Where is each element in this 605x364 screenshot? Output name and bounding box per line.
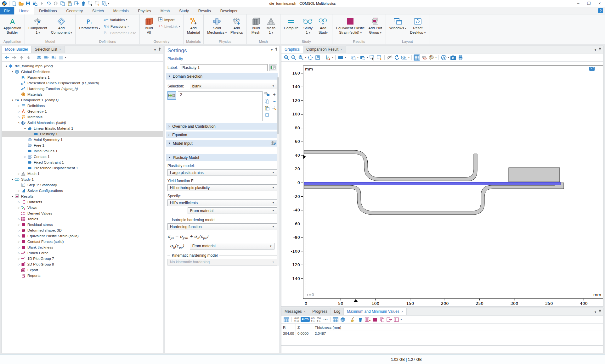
- table-header-z[interactable]: Z: [296, 324, 313, 331]
- comsol-logo[interactable]: [1, 0, 8, 7]
- tree-item-study-1[interactable]: ▾Study 1: [2, 176, 163, 182]
- hill-coefficients-source-combo[interactable]: From material▼: [188, 207, 277, 214]
- expand-icon[interactable]: ▷: [17, 223, 21, 226]
- paste-selection-icon[interactable]: [264, 106, 270, 110]
- expand-icon[interactable]: ▷: [17, 172, 21, 175]
- ribbon-tab-results[interactable]: Results: [194, 7, 216, 15]
- pin-icon[interactable]: [598, 309, 602, 314]
- dropdown-caret-icon[interactable]: ▾: [357, 56, 359, 59]
- minimize-button[interactable]: –: [573, 0, 584, 7]
- domain-list-box[interactable]: 2: [178, 91, 263, 121]
- copy-icon[interactable]: [59, 0, 66, 7]
- bottom-tab-messages[interactable]: Messages×: [281, 308, 309, 315]
- tree-item-equivalent-plastic-strain-solid-[interactable]: ▷Equivalent Plastic Strain (solid): [2, 233, 163, 239]
- expand-icon[interactable]: ▷: [17, 246, 21, 249]
- tree-item-plasticity-1[interactable]: Plasticity 1: [2, 131, 163, 137]
- ribbon-tab-developer[interactable]: Developer: [216, 7, 242, 15]
- tree-item-2d-plot-group-8[interactable]: ▷*2D Plot Group 8: [2, 261, 163, 267]
- arrow-left-icon[interactable]: [4, 54, 10, 61]
- select-cursor-icon[interactable]: [369, 54, 375, 61]
- tree-item-contact-1[interactable]: ▷Contact 1: [2, 154, 163, 160]
- bottom-tab-maximum-and-minimum-values[interactable]: Maximum and Minimum Values×: [344, 308, 407, 315]
- ribbon-button-reset-desktop[interactable]: Reset Desktop ▾: [409, 16, 427, 36]
- dropdown-caret-icon[interactable]: ▾: [332, 56, 333, 59]
- tree-item-fixed-constraint-1[interactable]: Fixed Constraint 1: [2, 160, 163, 165]
- section-plasticity-model[interactable]: ▼ Plasticity Model: [166, 154, 278, 161]
- deselect-brush-icon[interactable]: [376, 54, 382, 61]
- ribbon-button-solid-mechanics[interactable]: Solid Mechanics ▾: [206, 16, 228, 36]
- ribbon-button-livelink[interactable]: LiveLink▾: [157, 23, 181, 30]
- clear-broom-icon[interactable]: [350, 316, 356, 323]
- remove-from-selection-icon[interactable]: −: [272, 99, 277, 104]
- tree-item-die-forming-mph[interactable]: ▾die_forming.mph(root): [2, 63, 163, 69]
- mesh-toggle-icon[interactable]: [414, 54, 420, 61]
- bottom-tab-progress[interactable]: Progress: [309, 308, 331, 315]
- expand-icon[interactable]: ▷: [17, 104, 21, 107]
- duplicate-icon[interactable]: [73, 0, 80, 7]
- expand-down-icon[interactable]: [50, 54, 57, 61]
- dropdown-caret-icon[interactable]: ▾: [435, 56, 437, 59]
- copy-selection-icon[interactable]: [264, 99, 270, 104]
- full-precision-icon[interactable]: [332, 316, 339, 323]
- expand-icon[interactable]: ▷: [17, 116, 21, 119]
- ribbon-tab-home[interactable]: Home: [14, 7, 34, 14]
- bottom-tab-log[interactable]: Log: [331, 308, 344, 315]
- expand-icon[interactable]: ▷: [17, 257, 21, 260]
- arrow-up-icon[interactable]: [18, 54, 25, 61]
- expand-icon[interactable]: ▷: [17, 240, 21, 243]
- tree-item-hardening-function[interactable]: Hardening Function(sigma_h): [2, 86, 163, 92]
- expand-icon[interactable]: ▷: [17, 206, 21, 209]
- tree-item-reports[interactable]: Reports: [2, 273, 163, 278]
- ribbon-button-parameters[interactable]: PiParameters ▾: [77, 16, 102, 31]
- section-override[interactable]: ▷ Override and Contribution: [166, 123, 278, 130]
- ribbon-tab-mesh[interactable]: Mesh: [156, 7, 174, 15]
- play-icon[interactable]: [39, 0, 45, 7]
- close-button[interactable]: ×: [594, 0, 605, 7]
- number-format-8.5e-1[interactable]: 8.5e-1: [311, 317, 315, 322]
- qat-caret-icon[interactable]: ▾: [108, 2, 109, 5]
- open-icon[interactable]: [18, 0, 24, 7]
- yield-function-combo[interactable]: Hill orthotropic plasticity▼: [167, 184, 277, 191]
- arrow-right-icon[interactable]: [11, 54, 17, 61]
- window-add-icon[interactable]: [359, 54, 366, 61]
- print-icon[interactable]: [457, 54, 464, 61]
- ribbon-button-compute[interactable]: Compute: [282, 16, 300, 31]
- dropdown-caret-icon[interactable]: ▾: [345, 56, 346, 59]
- tree-item-results[interactable]: ▾Results: [2, 193, 163, 199]
- tree-item-tables[interactable]: ▷Tables: [2, 216, 163, 222]
- delete-table-icon[interactable]: [357, 316, 364, 323]
- restore-button[interactable]: ❐: [584, 0, 594, 7]
- settings-scrollbar[interactable]: [277, 77, 279, 266]
- find-icon[interactable]: [101, 0, 107, 7]
- zoom-extents-icon[interactable]: [307, 54, 314, 61]
- new-file-icon[interactable]: [11, 0, 17, 7]
- settings-menu-icon[interactable]: ▾: [271, 48, 273, 52]
- tree-item-residual-stress[interactable]: ▷Residual stress: [2, 222, 163, 227]
- specify-combo[interactable]: Hill's coefficients▼: [167, 199, 277, 206]
- rotate-icon[interactable]: [394, 54, 400, 61]
- plot-table-icon[interactable]: [372, 316, 378, 323]
- transparency-icon[interactable]: [421, 54, 427, 61]
- expand-up-icon[interactable]: [43, 54, 49, 61]
- ribbon-button-functions[interactable]: f(x)Functions▾: [102, 23, 138, 30]
- section-model-input[interactable]: ▼ Model Input: [166, 140, 278, 147]
- tree-item-blank-thickness[interactable]: ▷Blank thickness: [2, 244, 163, 250]
- pin-icon[interactable]: [158, 47, 161, 52]
- close-tab-icon[interactable]: ×: [304, 308, 306, 315]
- select-box-icon[interactable]: [87, 0, 93, 7]
- model-input-edit-icon[interactable]: [271, 140, 276, 146]
- rename-icon[interactable]: [269, 64, 277, 71]
- ribbon-button-add-study[interactable]: Add Study: [316, 16, 330, 36]
- create-selection-icon[interactable]: [264, 92, 270, 97]
- hide-icon[interactable]: [387, 54, 393, 61]
- graphics-tab-comparison-result[interactable]: Comparison Result×: [303, 46, 346, 53]
- ribbon-button-add-physics[interactable]: Add Physics: [229, 16, 245, 36]
- ribbon-tab-geometry[interactable]: Geometry: [61, 7, 88, 15]
- tree-item-linear-elastic-material-1[interactable]: ▾Linear Elastic Material 1: [2, 126, 163, 131]
- plasticity-model-combo[interactable]: Large plastic strains▼: [167, 169, 277, 176]
- ribbon-button-parameter-case[interactable]: PiParameter Case: [102, 30, 138, 36]
- ribbon-button-component-1[interactable]: Component 1 ▾: [27, 16, 48, 36]
- ribbon-button-mesh-1[interactable]: Mesh 1 ▾: [264, 16, 278, 36]
- go-default-view-icon[interactable]: [314, 54, 321, 61]
- tree-item-definitions[interactable]: ▷Definitions: [2, 103, 163, 109]
